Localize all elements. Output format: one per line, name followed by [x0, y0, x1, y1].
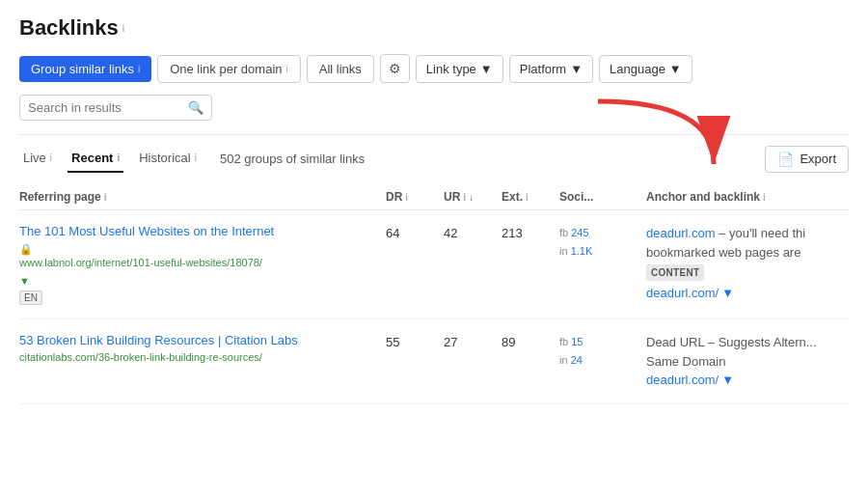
- search-box[interactable]: 🔍: [19, 95, 212, 121]
- tab-historical-label: Historical: [139, 151, 190, 165]
- live-info-icon: i: [50, 152, 52, 163]
- ur-sort-icon: ↓: [469, 192, 474, 203]
- social-count-fb-2: 15: [571, 336, 583, 347]
- tab-live[interactable]: Live i: [19, 145, 56, 173]
- anchor-text-2: Dead URL – Suggests Altern... Same Domai…: [646, 335, 817, 369]
- col-social[interactable]: Soci...: [559, 190, 646, 204]
- one-per-domain-button[interactable]: One link per domain i: [157, 55, 301, 83]
- platform-chevron-icon: ▼: [570, 62, 583, 76]
- dr-cell-2: 55: [386, 333, 444, 349]
- referring-page-cell-1: The 101 Most Useful Websites on the Inte…: [19, 224, 386, 305]
- gear-icon: ⚙: [389, 61, 401, 76]
- social-count-in-2: 24: [571, 354, 583, 366]
- url-expander-1[interactable]: ▼: [19, 275, 30, 287]
- all-links-label: All links: [319, 62, 362, 76]
- group-info-icon: i: [138, 64, 140, 74]
- anchor-url-expander-2[interactable]: ▼: [721, 371, 734, 390]
- divider: [19, 134, 849, 135]
- tab-historical[interactable]: Historical i: [135, 145, 201, 173]
- search-row: 🔍: [19, 95, 849, 121]
- page-title-link-1[interactable]: The 101 Most Useful Websites on the Inte…: [19, 224, 376, 238]
- referring-page-cell-2: 53 Broken Link Building Resources | Cita…: [19, 333, 386, 368]
- col-anchor-label: Anchor and backlink: [646, 190, 760, 204]
- groups-count: 502 groups of similar links: [220, 152, 365, 166]
- col-dr[interactable]: DR i: [386, 190, 444, 204]
- col-dr-label: DR: [386, 190, 402, 204]
- ext-cell-1: 213: [502, 224, 559, 240]
- col-ext-label: Ext.: [502, 190, 523, 204]
- col-ur-label: UR: [444, 190, 460, 204]
- ext-cell-2: 89: [502, 333, 559, 349]
- col-anchor[interactable]: Anchor and backlink i: [646, 190, 849, 204]
- referring-page-info-icon: i: [104, 192, 107, 203]
- link-type-label: Link type: [426, 62, 476, 76]
- lang-badge-1: EN: [19, 290, 42, 305]
- col-social-label: Soci...: [559, 190, 593, 204]
- table-header: Referring page i DR i UR i ↓ Ext. i Soci…: [19, 184, 849, 210]
- social-platform-in-2: in: [559, 354, 568, 366]
- anchor-url-expander-1[interactable]: ▼: [721, 284, 734, 303]
- social-platform-in-1: in: [559, 245, 568, 257]
- dr-info-icon: i: [405, 192, 408, 203]
- toolbar: Group similar links i One link per domai…: [19, 54, 849, 83]
- table-row: 53 Broken Link Building Resources | Cita…: [19, 319, 849, 404]
- tabs-row: Live i Recent i Historical i 502 groups …: [19, 145, 849, 173]
- one-per-info-icon: i: [286, 64, 288, 74]
- ur-info-icon: i: [463, 192, 466, 203]
- export-button[interactable]: 📄 Export: [765, 146, 849, 173]
- language-chevron-icon: ▼: [669, 62, 682, 76]
- social-cell-1: fb 245 in 1.1K: [559, 224, 646, 260]
- anchor-cell-2: Dead URL – Suggests Altern... Same Domai…: [646, 333, 849, 390]
- link-type-dropdown[interactable]: Link type ▼: [416, 55, 503, 83]
- content-badge-1: CONTENT: [646, 264, 704, 281]
- language-dropdown[interactable]: Language ▼: [599, 55, 692, 83]
- platform-dropdown[interactable]: Platform ▼: [509, 55, 593, 83]
- anchor-url-link-1[interactable]: deadurl.com/: [646, 284, 719, 303]
- one-per-domain-label: One link per domain: [170, 62, 282, 76]
- page-title-link-2[interactable]: 53 Broken Link Building Resources | Cita…: [19, 333, 376, 347]
- col-ur[interactable]: UR i ↓: [444, 190, 502, 204]
- table-row: The 101 Most Useful Websites on the Inte…: [19, 210, 849, 319]
- tab-live-label: Live: [23, 151, 46, 165]
- recent-info-icon: i: [117, 152, 120, 163]
- all-links-button[interactable]: All links: [307, 55, 374, 83]
- anchor-info-icon: i: [763, 192, 766, 203]
- title-text: Backlinks: [19, 15, 119, 41]
- language-label: Language: [610, 62, 665, 76]
- col-referring-page: Referring page i: [19, 190, 386, 204]
- anchor-link-1[interactable]: deadurl.com: [646, 226, 716, 240]
- export-icon: 📄: [777, 152, 794, 167]
- social-count-in-1: 1.1K: [571, 245, 593, 257]
- title-info-icon[interactable]: i: [122, 22, 124, 34]
- link-type-chevron-icon: ▼: [480, 62, 493, 76]
- social-platform-fb-2: fb: [559, 336, 568, 347]
- settings-button[interactable]: ⚙: [380, 54, 410, 83]
- page-url-2[interactable]: citationlabs.com/36-broken-link-building…: [19, 350, 376, 365]
- search-icon: 🔍: [188, 100, 203, 115]
- search-input[interactable]: [28, 100, 182, 115]
- page-title: Backlinks i: [19, 15, 849, 41]
- tabs-section: Live i Recent i Historical i 502 groups …: [19, 145, 849, 173]
- dr-cell-1: 64: [386, 224, 444, 240]
- platform-label: Platform: [520, 62, 566, 76]
- historical-info-icon: i: [195, 152, 197, 163]
- ur-cell-2: 27: [444, 333, 502, 349]
- ext-info-icon: i: [526, 192, 529, 203]
- tab-recent-label: Recent: [71, 151, 113, 165]
- export-label: Export: [800, 152, 836, 166]
- group-similar-label: Group similar links: [31, 62, 134, 76]
- social-platform-fb-1: fb: [559, 227, 568, 238]
- anchor-cell-1: deadurl.com – you'll need thi bookmarked…: [646, 224, 849, 303]
- social-count-fb-1: 245: [571, 227, 588, 238]
- group-similar-button[interactable]: Group similar links i: [19, 56, 151, 82]
- anchor-url-link-2[interactable]: deadurl.com/: [646, 371, 719, 390]
- social-cell-2: fb 15 in 24: [559, 333, 646, 369]
- col-ext[interactable]: Ext. i: [502, 190, 559, 204]
- ur-cell-1: 42: [444, 224, 502, 240]
- page-url-1[interactable]: www.labnol.org/internet/101-useful-websi…: [19, 256, 376, 270]
- tab-recent[interactable]: Recent i: [68, 145, 123, 173]
- col-referring-page-label: Referring page: [19, 190, 101, 204]
- lock-icon-1: 🔒: [19, 243, 33, 255]
